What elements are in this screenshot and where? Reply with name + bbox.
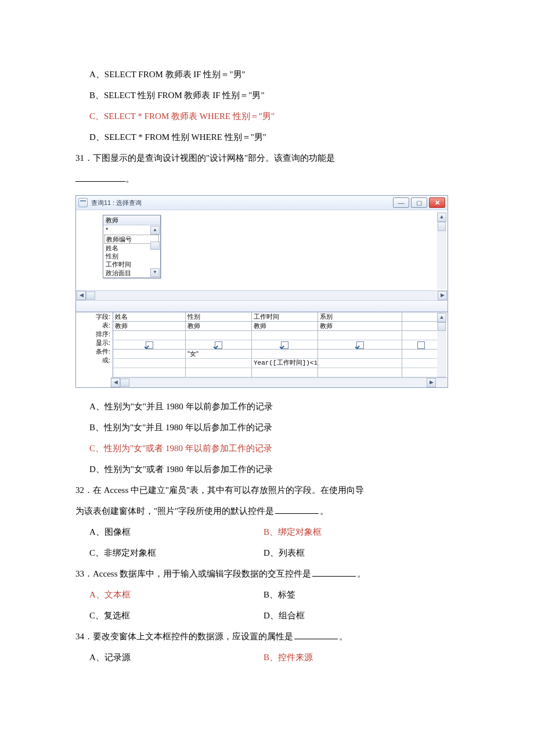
minimize-button[interactable]: —	[393, 197, 409, 208]
sort-cell[interactable]	[252, 331, 317, 340]
scroll-thumb[interactable]	[86, 291, 95, 300]
q34-opt-a: A、记录源	[89, 647, 264, 668]
grid-vscrollbar[interactable]: ▲ ▼	[437, 313, 446, 386]
scroll-thumb[interactable]	[438, 222, 446, 231]
criteria-cell[interactable]	[113, 350, 185, 359]
grid-row-labels: 字段: 表: 排序: 显示: 条件: 或:	[76, 312, 113, 377]
sort-cell[interactable]	[318, 331, 402, 340]
field-cell[interactable]	[402, 312, 440, 322]
grid-hscrollbar[interactable]: ◀ ▶	[110, 377, 448, 387]
q31-opt-a: A、性别为"女"并且 1980 年以前参加工作的记录	[75, 396, 459, 417]
q34-stem-tail: 。	[339, 632, 348, 641]
window-titlebar: 查询11 : 选择查询 — ▢ ✕	[76, 196, 448, 210]
field-cell[interactable]: 性别	[186, 312, 251, 322]
table-cell[interactable]: 教师	[318, 322, 402, 331]
window-icon	[78, 198, 88, 207]
checkbox-icon[interactable]	[146, 341, 153, 349]
table-box[interactable]: 教师 * 教师编号 姓名 性别 工作时间 政治面目 ▲ ▼	[103, 215, 161, 278]
field-item[interactable]: 工作时间	[103, 260, 160, 268]
scroll-left-icon[interactable]: ◀	[77, 291, 86, 300]
or-cell[interactable]	[113, 359, 185, 368]
blank-cell[interactable]	[252, 368, 317, 377]
close-button[interactable]: ✕	[429, 197, 445, 208]
q30-opt-d: D、SELECT * FROM 性别 WHERE 性别＝"男"	[75, 127, 459, 147]
show-cell[interactable]	[318, 340, 402, 350]
label-or: 或:	[76, 356, 110, 365]
q34-opt-b: B、控件来源	[264, 647, 313, 668]
criteria-cell[interactable]	[318, 350, 402, 359]
grid-column[interactable]: 工作时间 教师 Year([工作时间])<1980	[252, 312, 318, 377]
q31-opt-b: B、性别为"女"并且 1980 年以后参加工作的记录	[75, 417, 459, 438]
or-cell[interactable]: Year([工作时间])<1980	[252, 359, 317, 368]
q31-opt-d: D、性别为"女"或者 1980 年以后参加工作的记录	[75, 459, 459, 480]
scroll-down-icon[interactable]: ▼	[150, 268, 160, 277]
q33-stem-text: 33．Access 数据库中，用于输入或编辑字段数据的交互控件是	[75, 569, 311, 578]
checkbox-icon[interactable]	[417, 341, 425, 349]
checkbox-icon[interactable]	[215, 341, 222, 349]
show-cell[interactable]	[186, 340, 251, 350]
label-blank	[76, 365, 110, 373]
pane-hscrollbar[interactable]: ◀ ▶	[76, 290, 448, 301]
blank-cell[interactable]	[113, 368, 185, 377]
blank-cell[interactable]	[186, 368, 251, 377]
query-designer-window: 查询11 : 选择查询 — ▢ ✕ 教师 * 教师编号 姓名 性别 工作时间 政…	[75, 195, 448, 388]
grid-column[interactable]: 姓名 教师	[113, 312, 186, 377]
field-cell[interactable]: 姓名	[113, 312, 185, 322]
sort-cell[interactable]	[186, 331, 251, 340]
blank-cell[interactable]	[318, 368, 402, 377]
sort-cell[interactable]	[113, 331, 185, 340]
checkbox-icon[interactable]	[356, 341, 364, 349]
q30-opt-c: C、SELECT * FROM 教师表 WHERE 性别＝"男"	[75, 106, 459, 127]
q31-opt-c: C、性别为"女"或者 1980 年以前参加工作的记录	[75, 438, 459, 459]
sort-cell[interactable]	[402, 331, 440, 340]
grid-column[interactable]	[402, 312, 441, 377]
label-show: 显示:	[76, 339, 110, 347]
or-cell[interactable]	[402, 359, 440, 368]
checkbox-icon[interactable]	[281, 341, 288, 349]
q30-opt-b: B、SELECT 性别 FROM 教师表 IF 性别＝"男"	[75, 85, 459, 106]
criteria-cell[interactable]	[252, 350, 317, 359]
scroll-left-icon[interactable]: ◀	[111, 378, 120, 387]
scroll-thumb[interactable]	[438, 322, 446, 331]
label-table: 表:	[76, 321, 110, 330]
show-cell[interactable]	[402, 340, 440, 350]
scroll-thumb[interactable]	[150, 242, 160, 250]
q34-stem: 34．要改变窗体上文本框控件的数据源，应设置的属性是。	[75, 626, 459, 647]
q31-stem-tail: 。	[125, 174, 134, 183]
splitter-bar[interactable]	[76, 301, 448, 312]
q31-stem-line2: 。	[75, 168, 459, 189]
scroll-up-icon[interactable]: ▲	[150, 226, 160, 235]
criteria-cell[interactable]	[402, 350, 440, 359]
field-item[interactable]: 性别	[103, 252, 160, 260]
grid-column[interactable]: 性别 教师 "女"	[186, 312, 252, 377]
scroll-up-icon[interactable]: ▲	[437, 313, 446, 322]
pane-vscrollbar[interactable]: ▲	[437, 213, 446, 289]
or-cell[interactable]	[186, 359, 251, 368]
window-title: 查询11 : 选择查询	[91, 199, 393, 207]
q33-stem-tail: 。	[357, 569, 366, 578]
maximize-button[interactable]: ▢	[411, 197, 427, 208]
table-cell[interactable]: 教师	[113, 322, 185, 331]
q32-stem-line2: 为该表创建窗体时，"照片"字段所使用的默认控件是。	[75, 501, 459, 521]
table-cell[interactable]: 教师	[186, 322, 251, 331]
field-cell[interactable]: 系别	[318, 312, 402, 322]
scroll-up-icon[interactable]: ▲	[437, 213, 446, 222]
design-grid: 字段: 表: 排序: 显示: 条件: 或: 姓名 教师	[76, 312, 448, 387]
scroll-right-icon[interactable]: ▶	[427, 378, 436, 387]
grid-column[interactable]: 系别 教师	[318, 312, 402, 377]
table-cell[interactable]: 教师	[252, 322, 317, 331]
label-field: 字段:	[76, 312, 110, 321]
scroll-right-icon[interactable]: ▶	[438, 291, 447, 300]
or-cell[interactable]	[318, 359, 402, 368]
show-cell[interactable]	[252, 340, 317, 350]
q33-opt-c: C、复选框	[89, 605, 264, 626]
criteria-cell[interactable]: "女"	[186, 350, 251, 359]
table-cell[interactable]	[402, 322, 440, 331]
field-cell[interactable]: 工作时间	[252, 312, 317, 322]
scroll-thumb[interactable]	[120, 379, 129, 387]
label-criteria: 条件:	[76, 347, 110, 356]
q32-stem-text: 为该表创建窗体时，"照片"字段所使用的默认控件是	[75, 506, 274, 516]
blank-cell[interactable]	[402, 368, 440, 377]
show-cell[interactable]	[113, 340, 185, 350]
table-box-title: 教师	[103, 215, 160, 225]
